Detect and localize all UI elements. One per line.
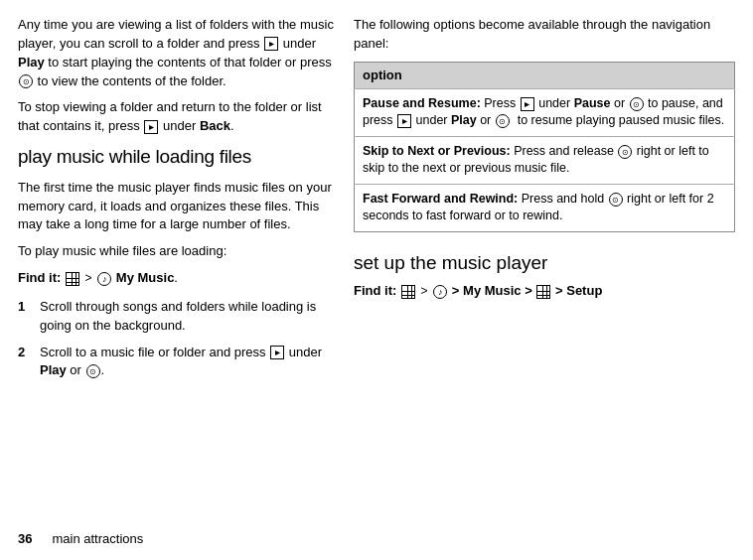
right-intro: The following options become available t… — [354, 16, 735, 54]
heading-play-while-loading: play music while loading files — [18, 144, 336, 171]
page-footer: 36 main attractions — [18, 530, 143, 548]
gt-1: > — [85, 271, 92, 285]
pause-circle-icon: ⊙ — [630, 97, 644, 111]
pause-btn-icon: ▸ — [521, 97, 534, 111]
gt-2: > — [421, 284, 428, 298]
skip-circle-icon: ⊙ — [618, 145, 632, 159]
step-1-num: 1 — [18, 298, 32, 336]
table-row-skip: Skip to Next or Previous: Press and rele… — [355, 136, 735, 184]
ff-circle-icon: ⊙ — [609, 193, 623, 207]
table-header-cell: option — [355, 62, 735, 88]
pause-label: Pause and Resume: — [363, 96, 481, 110]
setup-grid-icon — [536, 285, 550, 299]
table-row-pause: Pause and Resume: Press ▸ under Pause or… — [355, 88, 735, 136]
play-circle-icon: ⊙ — [496, 114, 510, 128]
music-note-icon: ♪ — [97, 272, 111, 286]
nav-circle-icon: ⊙ — [19, 74, 33, 88]
page-container: Any time you are viewing a list of folde… — [0, 0, 753, 560]
heading-setup: set up the music player — [354, 250, 735, 277]
para-3: The first time the music player finds mu… — [18, 179, 336, 235]
menu-grid-icon — [66, 272, 79, 286]
skip-label: Skip to Next or Previous: — [363, 144, 511, 158]
table-cell-ff: Fast Forward and Rewind: Press and hold … — [355, 184, 735, 231]
play-btn-icon2: ▸ — [397, 114, 411, 128]
ff-label: Fast Forward and Rewind: — [363, 192, 518, 206]
options-table: option Pause and Resume: Press ▸ under P… — [354, 62, 735, 232]
find-it-line: Find it: > ♪ My Music. — [18, 269, 336, 288]
step-1: 1 Scroll through songs and folders while… — [18, 298, 336, 336]
steps-list: 1 Scroll through songs and folders while… — [18, 298, 336, 380]
find2-mymusic: > My Music > — [452, 283, 536, 298]
step2-circle-icon: ⊙ — [86, 364, 100, 378]
find-it-label: Find it: — [18, 270, 61, 285]
back-button-icon: ▸ — [144, 120, 158, 134]
footer-section-label: main attractions — [52, 530, 143, 548]
step-2: 2 Scroll to a music file or folder and p… — [18, 344, 336, 381]
find-it-2-line: Find it: > ♪ > My Music > > Setup — [354, 282, 735, 301]
play-button-icon: ▸ — [264, 37, 278, 51]
para-4: To play music while files are loading: — [18, 242, 336, 261]
step-2-num: 2 — [18, 344, 32, 381]
table-cell-pause: Pause and Resume: Press ▸ under Pause or… — [355, 88, 735, 136]
menu-grid-icon-2 — [401, 285, 415, 299]
table-header-row: option — [355, 62, 735, 88]
find-it-text: My Music — [116, 270, 175, 285]
para-2: To stop viewing a folder and return to t… — [18, 98, 336, 136]
find-it-2-label: Find it: — [354, 283, 396, 298]
find2-setup: > Setup — [555, 283, 602, 298]
page-number: 36 — [18, 530, 32, 548]
right-column: The following options become available t… — [354, 16, 735, 544]
step2-play-icon: ▸ — [270, 346, 284, 359]
step-1-text: Scroll through songs and folders while l… — [40, 298, 336, 336]
step-2-text: Scroll to a music file or folder and pre… — [40, 344, 336, 381]
left-column: Any time you are viewing a list of folde… — [18, 16, 336, 544]
music-note-icon-2: ♪ — [433, 285, 447, 299]
table-cell-skip: Skip to Next or Previous: Press and rele… — [355, 136, 735, 184]
table-row-ff: Fast Forward and Rewind: Press and hold … — [355, 184, 735, 231]
para-1: Any time you are viewing a list of folde… — [18, 16, 336, 90]
